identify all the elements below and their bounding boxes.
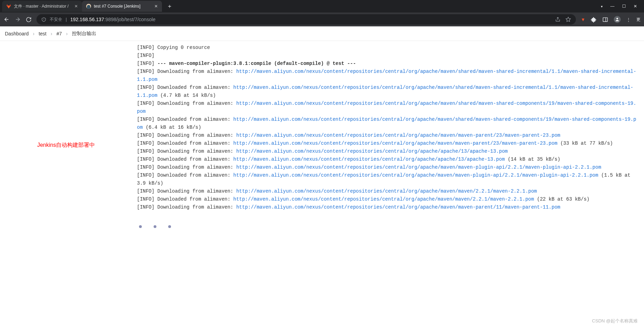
console-line: [INFO] Downloading from alimaven: http:/…	[137, 163, 637, 171]
console-panel: [INFO] Copying 0 resource[INFO] [INFO] -…	[132, 41, 644, 329]
loading-dots	[139, 225, 637, 228]
annotation-text: Jenkins自动构建部署中	[37, 142, 95, 149]
new-tab-button[interactable]: ＋	[165, 1, 174, 11]
console-link[interactable]: http://maven.aliyun.com/nexus/content/re…	[236, 164, 601, 170]
console-line: [INFO] Downloading from alimaven: http:/…	[137, 187, 637, 195]
insecure-icon	[41, 17, 46, 22]
console-link[interactable]: http://maven.aliyun.com/nexus/content/re…	[233, 157, 505, 162]
crumb-build[interactable]: #7	[56, 31, 62, 36]
console-line: [INFO]	[137, 52, 637, 60]
svg-point-1	[617, 18, 618, 19]
address-bar: 不安全 | 192.168.56.137:9898/job/test/7/con…	[0, 12, 644, 26]
dot-icon	[154, 225, 156, 228]
chevron-right-icon: ›	[66, 31, 68, 36]
console-link[interactable]: http://maven.aliyun.com/nexus/content/re…	[236, 204, 561, 210]
console-link[interactable]: http://maven.aliyun.com/nexus/content/re…	[137, 101, 636, 114]
menu-icon[interactable]: ⋮	[626, 17, 631, 22]
maximize-button[interactable]: ☐	[622, 4, 626, 9]
brave-icon[interactable]: ▼	[581, 17, 585, 22]
extensions-icon[interactable]	[591, 17, 597, 23]
console-line: [INFO] Downloaded from alimaven: http://…	[137, 155, 637, 163]
console-line: [INFO] Copying 0 resource	[137, 44, 637, 52]
profile-icon[interactable]	[614, 16, 621, 23]
watermark: CSDN @起个名称真难	[592, 318, 638, 324]
insecure-label: 不安全	[50, 17, 62, 23]
gitlab-icon	[6, 4, 11, 9]
console-link[interactable]: http://maven.aliyun.com/nexus/content/re…	[233, 172, 598, 178]
crumb-console[interactable]: 控制台输出	[72, 31, 96, 37]
dot-icon	[139, 225, 142, 228]
tab-title: 文件 · master · Administrator /	[14, 3, 72, 9]
console-line: [INFO] Downloading from alimaven: http:/…	[137, 203, 637, 211]
crumb-job[interactable]: test	[39, 31, 47, 36]
console-line: [INFO] Downloaded from alimaven: http://…	[137, 140, 637, 147]
chevron-down-icon[interactable]: ▾	[601, 5, 603, 8]
console-line: [INFO] Downloading from alimaven: http:/…	[137, 132, 637, 140]
share-icon[interactable]	[555, 17, 561, 22]
console-link[interactable]: http://maven.aliyun.com/nexus/content/re…	[236, 133, 561, 138]
back-button[interactable]	[3, 16, 10, 23]
crumb-dashboard[interactable]: Dashboard	[5, 31, 29, 36]
console-bold: --- maven-compiler-plugin:3.8.1:compile …	[157, 61, 356, 66]
console-line: [INFO] Downloaded from alimaven: http://…	[137, 195, 637, 203]
address-field[interactable]: 不安全 | 192.168.56.137:9898/job/test/7/con…	[36, 14, 576, 25]
window-controls: ▾ ― ☐ ✕	[601, 4, 642, 9]
chevron-right-icon: ›	[51, 31, 52, 36]
console-link[interactable]: http://maven.aliyun.com/nexus/content/re…	[137, 117, 636, 130]
console-link[interactable]: http://maven.aliyun.com/nexus/content/re…	[233, 196, 534, 202]
url-text: 192.168.56.137:9898/job/test/7/console	[70, 17, 155, 22]
separator: |	[66, 17, 67, 22]
page-body: Jenkins自动构建部署中 [INFO] Copying 0 resource…	[0, 41, 644, 329]
console-line: [INFO] Downloaded from alimaven: http://…	[137, 171, 637, 187]
tab-title: test #7 Console [Jenkins]	[94, 4, 152, 9]
tab-strip: 文件 · master · Administrator / ✕ test #7 …	[0, 0, 644, 12]
sidepanel-icon[interactable]	[602, 17, 608, 23]
console-link[interactable]: http://maven.aliyun.com/nexus/content/re…	[137, 85, 633, 98]
jenkins-icon	[86, 4, 91, 9]
close-window-button[interactable]: ✕	[634, 4, 637, 9]
console-line: [INFO] Downloaded from alimaven: http://…	[137, 116, 637, 132]
bookmark-icon[interactable]	[565, 17, 571, 22]
console-line: [INFO] Downloading from alimaven: http:/…	[137, 68, 637, 84]
tab-jenkins[interactable]: test #7 Console [Jenkins] ✕	[82, 1, 162, 12]
console-line: [INFO] --- maven-compiler-plugin:3.8.1:c…	[137, 60, 637, 68]
side-annotation: Jenkins自动构建部署中	[0, 41, 132, 329]
close-icon[interactable]: ✕	[154, 4, 158, 9]
dot-icon	[168, 225, 171, 228]
close-icon[interactable]: ✕	[74, 4, 78, 9]
more-label[interactable]: 更	[636, 17, 641, 23]
reload-button[interactable]	[26, 17, 32, 23]
address-actions	[555, 17, 571, 22]
forward-button[interactable]	[15, 16, 21, 23]
svg-rect-0	[603, 17, 608, 21]
console-link[interactable]: http://maven.aliyun.com/nexus/content/re…	[236, 188, 537, 194]
minimize-button[interactable]: ―	[610, 4, 614, 9]
console-output: [INFO] Copying 0 resource[INFO] [INFO] -…	[137, 44, 637, 211]
console-line: [INFO] Downloaded from alimaven: http://…	[137, 84, 637, 100]
console-link[interactable]: http://maven.aliyun.com/nexus/content/re…	[233, 141, 557, 146]
console-line: [INFO] Downloading from alimaven: http:/…	[137, 147, 637, 155]
console-link[interactable]: http://maven.aliyun.com/nexus/content/re…	[137, 69, 636, 82]
chevron-right-icon: ›	[33, 31, 35, 36]
toolbar-right: ▼ ⋮ 更	[581, 16, 641, 23]
browser-chrome: 文件 · master · Administrator / ✕ test #7 …	[0, 0, 644, 26]
tab-gitlab[interactable]: 文件 · master · Administrator / ✕	[2, 1, 82, 12]
console-link[interactable]: http://maven.aliyun.com/nexus/content/re…	[236, 149, 508, 154]
console-line: [INFO] Downloading from alimaven: http:/…	[137, 100, 637, 116]
breadcrumb: Dashboard › test › #7 › 控制台输出	[0, 26, 644, 41]
